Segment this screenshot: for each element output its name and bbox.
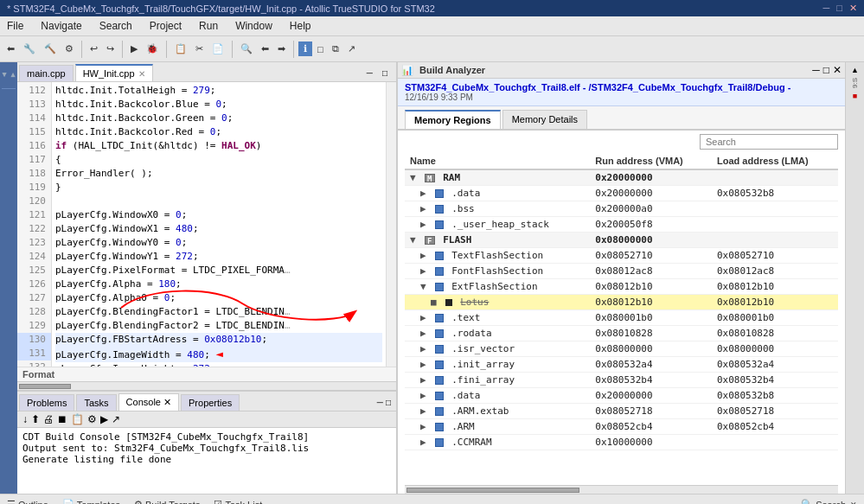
expand-fontflash[interactable]: ▶ [420, 265, 429, 277]
status-templates[interactable]: 📄 Templates [62, 499, 120, 504]
toolbar-btn-6[interactable]: ↪ [103, 41, 118, 57]
search-close-icon[interactable]: ✕ [850, 501, 857, 505]
cell-vma: 0x08000000 [590, 233, 712, 248]
status-outline[interactable]: ☰ Outline [7, 499, 48, 504]
expand-initarray[interactable]: ▶ [420, 359, 429, 370]
console-btn3[interactable]: 🖨 [43, 413, 54, 425]
status-task-list[interactable]: ☑ Task List [214, 499, 262, 504]
toolbar-btn-13[interactable]: ➡ [274, 41, 289, 57]
bottom-minimize[interactable]: ─ [377, 398, 383, 407]
tab-memory-details[interactable]: Memory Details [502, 110, 587, 129]
expand-data1[interactable]: ▶ [420, 188, 429, 199]
templates-label: Templates [77, 500, 120, 505]
memory-search-input[interactable] [700, 134, 838, 150]
far-left-sidebar: ▲▼ [0, 62, 17, 494]
toolbar-btn-11[interactable]: 📄 [208, 41, 227, 57]
menu-project[interactable]: Project [146, 18, 185, 34]
memory-table-wrap[interactable]: Name Run address (VMA) Load address (LMA… [398, 153, 845, 485]
analyzer-maximize[interactable]: □ [823, 64, 829, 76]
code-content[interactable]: hltdc.Init.TotalHeigh = 279; hltdc.Init.… [52, 82, 386, 367]
expand-arm[interactable]: ▶ [420, 421, 429, 432]
toolbar-btn-10[interactable]: ✂ [192, 41, 207, 57]
tab-problems[interactable]: Problems [19, 394, 74, 411]
maximize-icon[interactable]: □ [836, 3, 842, 14]
toolbar-btn-16[interactable]: ⧉ [329, 41, 342, 57]
console-btn8[interactable]: ↗ [112, 413, 120, 425]
analyzer-hscroll-thumb[interactable] [406, 488, 579, 493]
tab-hw-init-cpp[interactable]: HW_Init.cpp ✕ [75, 64, 153, 81]
hscroll-thumb[interactable] [19, 384, 71, 389]
expand-bss[interactable]: ▶ [420, 203, 429, 214]
left-sidebar-label[interactable]: ▲▼ [0, 66, 17, 85]
right-sidebar-icon-2[interactable]: 9:S [851, 78, 859, 88]
project-date: 12/16/19 9:33 PM [405, 93, 838, 102]
menu-file[interactable]: File [3, 18, 27, 34]
expand-ccmram[interactable]: ▶ [420, 437, 429, 448]
toolbar-btn-5[interactable]: ↩ [86, 41, 101, 57]
bottom-maximize[interactable]: □ [386, 398, 391, 407]
minimize-icon[interactable]: ─ [823, 3, 830, 14]
toolbar-btn-9[interactable]: 📋 [171, 41, 190, 57]
expand-isr[interactable]: ▶ [420, 343, 429, 354]
toolbar-sep-5 [293, 41, 294, 58]
cell-lma: 0x080532b4 [712, 373, 838, 388]
expand-flash[interactable]: ▼ [410, 234, 419, 246]
toolbar-btn-3[interactable]: 🔨 [41, 41, 60, 57]
tab-properties[interactable]: Properties [181, 394, 240, 411]
toolbar-sep-3 [166, 41, 167, 58]
tab-main-cpp[interactable]: main.cpp [19, 65, 74, 81]
menu-help[interactable]: Help [286, 18, 315, 34]
toolbar-btn-search[interactable]: 🔍 [237, 41, 256, 57]
expand-heap[interactable]: ▶ [420, 219, 429, 230]
analyzer-hscroll[interactable] [405, 485, 838, 494]
status-search[interactable]: 🔍 Search ✕ [801, 499, 857, 504]
expand-text[interactable]: ▶ [420, 312, 429, 323]
tab-hw-init-close[interactable]: ✕ [138, 69, 145, 79]
right-sidebar-icon-3[interactable]: ■ [853, 92, 857, 100]
expand-extflash[interactable]: ▼ [420, 281, 429, 292]
expand-data2[interactable]: ▶ [420, 390, 429, 401]
tab-tasks[interactable]: Tasks [76, 394, 116, 411]
status-build-targets[interactable]: ⚙ Build Targets [134, 499, 200, 504]
console-btn2[interactable]: ⬆ [31, 413, 40, 425]
tab-maximize[interactable]: □ [379, 67, 391, 79]
cell-vma: 0x08012ac8 [590, 264, 712, 279]
console-line-1: CDT Build Console [STM32F4_CubeMx_Touchg… [22, 431, 391, 443]
toolbar-btn-7[interactable]: ▶ [127, 41, 141, 57]
console-btn5[interactable]: 📋 [71, 413, 84, 425]
toolbar-btn-8[interactable]: 🐞 [143, 41, 162, 57]
project-info: STM32F4_CubeMx_Touchgfx_Trail8.elf - /ST… [398, 79, 845, 106]
console-btn6[interactable]: ⚙ [87, 413, 97, 425]
console-btn4[interactable]: ⏹ [57, 413, 67, 425]
console-content[interactable]: CDT Build Console [STM32F4_CubeMx_Touchg… [17, 428, 396, 494]
code-hscroll[interactable] [17, 381, 396, 390]
analyzer-close[interactable]: ✕ [833, 64, 842, 76]
expand-rodata[interactable]: ▶ [420, 328, 429, 339]
expand-textflash[interactable]: ▶ [420, 250, 429, 261]
toolbar-btn-17[interactable]: ↗ [344, 41, 359, 57]
tab-minimize[interactable]: ─ [363, 67, 376, 79]
toolbar-btn-15[interactable]: □ [314, 41, 327, 57]
tab-console[interactable]: Console ✕ [118, 393, 179, 411]
code-line-116: if (HAL_LTDC_Init(&hltdc) != HAL_OK) [55, 139, 382, 153]
expand-finiarray[interactable]: ▶ [420, 374, 429, 386]
toolbar-btn-2[interactable]: 🔧 [20, 41, 39, 57]
menu-window[interactable]: Window [232, 18, 276, 34]
toolbar-btn-1[interactable]: ⬅ [3, 41, 18, 57]
console-btn7[interactable]: ▶ [100, 413, 108, 425]
menu-navigate[interactable]: Navigate [37, 18, 85, 34]
toolbar-btn-4[interactable]: ⚙ [61, 41, 77, 57]
right-sidebar-icon-1[interactable]: ▲ [851, 66, 859, 74]
menu-run[interactable]: Run [195, 18, 221, 34]
console-clear[interactable]: ↓ [22, 413, 28, 425]
expand-armextab[interactable]: ▶ [420, 405, 429, 417]
code-vscroll[interactable] [386, 82, 396, 367]
close-icon[interactable]: ✕ [849, 3, 857, 14]
memory-tabs: Memory Regions Memory Details [398, 106, 845, 131]
analyzer-minimize[interactable]: ─ [812, 64, 820, 76]
toolbar-btn-12[interactable]: ⬅ [258, 41, 272, 57]
toolbar-btn-14[interactable]: ℹ [298, 41, 312, 56]
menu-search[interactable]: Search [96, 18, 136, 34]
expand-ram[interactable]: ▼ [410, 172, 419, 183]
tab-memory-regions[interactable]: Memory Regions [405, 110, 501, 129]
